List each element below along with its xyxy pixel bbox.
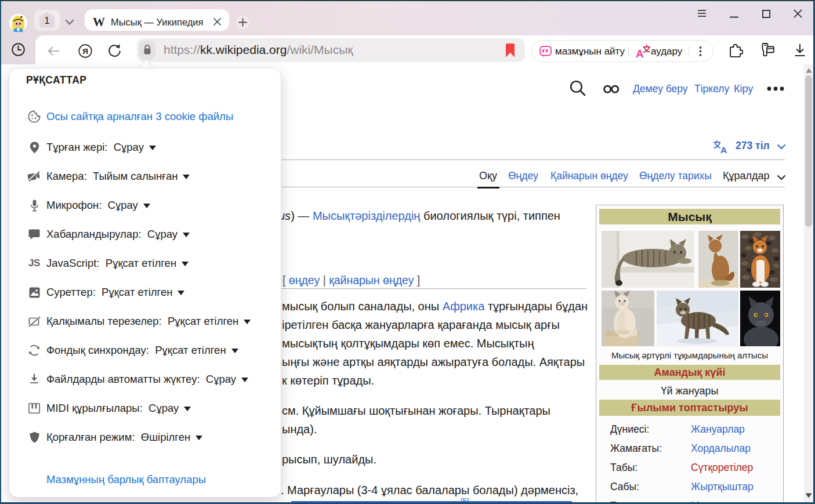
svg-text:Я: Я	[82, 47, 88, 56]
svg-text:A: A	[720, 145, 727, 154]
svg-text:А: А	[636, 48, 644, 59]
